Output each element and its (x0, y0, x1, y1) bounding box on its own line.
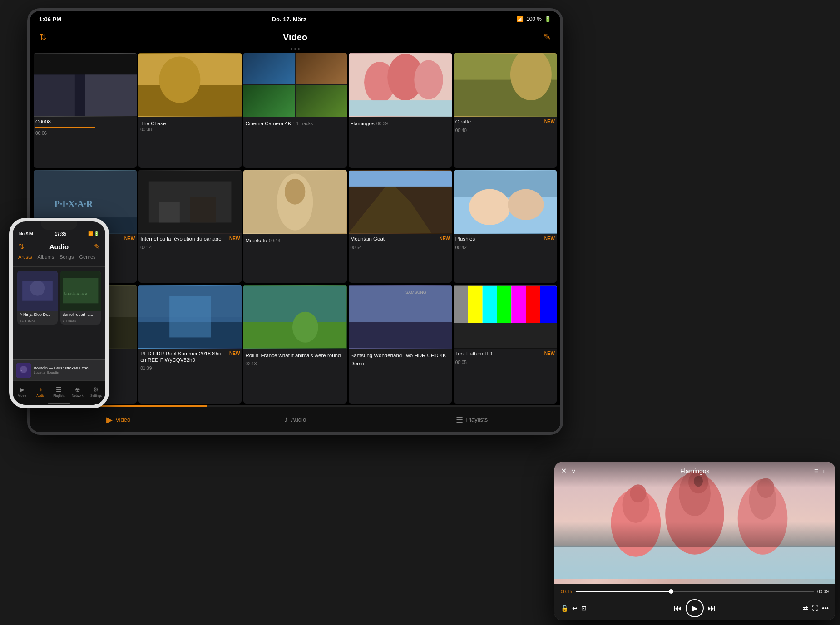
iphone-tabbar-audio-label: Audio (36, 394, 44, 397)
ipad-tab-video[interactable]: ▶ Video (30, 407, 207, 432)
iphone-artists-list: A Ninja Slob Dr... 22 Tracks breathing n… (13, 267, 105, 359)
video-card-c0008[interactable]: C0008 00:06 (34, 53, 137, 168)
ipad-date: Do. 17. März (272, 16, 306, 23)
artist-thumb-daniel: breathing now (60, 271, 101, 311)
video-info-plushies: Plushies NEW 00:42 (454, 234, 557, 254)
edit-icon[interactable]: ✎ (544, 32, 551, 43)
player-more-icon[interactable]: ••• (822, 605, 829, 612)
player-repeat-icon[interactable]: ↩ (572, 605, 578, 612)
iphone-toolbar: ⇅ Audio ✎ (13, 239, 105, 254)
iphone-tabbar-network-icon: ⊕ (75, 386, 80, 393)
thumb-mountain (349, 170, 452, 234)
player-chevron-down-icon[interactable]: ∨ (571, 468, 576, 475)
video-card-flamingo[interactable]: Flamingos 00:39 (349, 53, 452, 168)
player-progress-thumb (669, 589, 673, 594)
tab-indicator-bar (30, 405, 560, 407)
artist-tracks-daniel: 6 Tracks (60, 319, 101, 325)
nowplaying-title: Bourdin — Brushstrokes Echo (34, 366, 102, 370)
svg-text:SAMSUNG: SAMSUNG (405, 290, 426, 295)
video-title-red: RED HDR Reel Summer 2018 Shot on RED PiW… (140, 351, 229, 364)
iphone-tabbar-network-label: Network (72, 394, 84, 397)
thumb-plushies (454, 170, 557, 234)
video-card-giraffe[interactable]: Giraffe NEW 00:40 (454, 53, 557, 168)
iphone-tabbar-video[interactable]: ▶ Video (13, 381, 31, 402)
svg-text:breathing now: breathing now (64, 291, 88, 295)
thumb-giraffe (454, 53, 557, 117)
player-lock-icon[interactable]: 🔒 (561, 605, 568, 612)
video-duration-rollin: 02:13 (245, 361, 257, 366)
iphone-wifi-icon: 📶 (88, 231, 93, 236)
iphone-tabbar-network[interactable]: ⊕ Network (68, 381, 87, 402)
video-info-chase: The Chase 00:38 (138, 117, 242, 135)
iphone-nowplaying[interactable]: la Bourdin — Brushstrokes Echo Lucette B… (13, 359, 105, 380)
ipad-tabbar: ▶ Video ♪ Audio ☰ Playlists (30, 407, 560, 432)
iphone-tab-albums[interactable]: Albums (38, 254, 54, 266)
iphone-tabbar-video-icon: ▶ (20, 386, 25, 393)
artist-card-daniel[interactable]: breathing now daniel robert la... 6 Trac… (60, 271, 101, 325)
video-duration-plushies: 00:42 (455, 245, 467, 250)
artist-name-daniel: daniel robert la... (60, 311, 101, 319)
video-title-giraffe: Giraffe (455, 119, 471, 125)
player-title: Flamingos (680, 468, 710, 475)
player-progress-area[interactable]: 00:15 00:39 (561, 587, 829, 595)
video-card-chase[interactable]: The Chase 00:38 (138, 53, 242, 168)
player-next-icon[interactable]: ⏭ (707, 604, 716, 613)
svg-rect-20 (159, 202, 180, 222)
iphone-tab-songs[interactable]: Songs (59, 254, 74, 266)
iphone-edit-icon[interactable]: ✎ (94, 242, 100, 251)
video-card-red[interactable]: RED HDR Reel Summer 2018 Shot on RED PiW… (138, 285, 242, 404)
video-card-cinema[interactable]: Cinema Camera 4K ' 4 Tracks (243, 53, 346, 168)
video-card-internet[interactable]: Internet ou la révolution du partage NEW… (138, 170, 242, 282)
player-topbar: ✕ ∨ Flamingos ≡ ⊏ (554, 462, 835, 480)
artist-tracks-ninja: 22 Tracks (17, 319, 58, 325)
iphone-tabbar-settings[interactable]: ⚙ Settings (87, 381, 105, 402)
player-play-button[interactable]: ▶ (686, 599, 704, 617)
ipad-screen: 1:06 PM Do. 17. März 📶 100 % 🔋 ⇅ Video ✎ (30, 11, 560, 432)
svg-point-6 (159, 57, 201, 103)
iphone-tabbar-settings-label: Settings (90, 394, 102, 397)
iphone-tabbar: ▶ Video ♪ Audio ☰ Playlists ⊕ Network ⚙ … (13, 380, 105, 402)
iphone-tabbar-audio[interactable]: ♪ Audio (31, 381, 50, 402)
player-airplay-icon[interactable]: ⊏ (823, 467, 829, 475)
ipad-tab-audio[interactable]: ♪ Audio (207, 407, 383, 432)
player-prev-icon[interactable]: ⏮ (674, 604, 682, 613)
video-title-samsung: Samsung Wonderland Two HDR UHD 4K Demo (351, 353, 446, 366)
player-aspect-icon[interactable]: ⊡ (581, 605, 587, 612)
iphone-notch (41, 221, 77, 230)
svg-rect-11 (349, 100, 452, 116)
player-fullscreen-icon[interactable]: ⛶ (812, 605, 818, 612)
artist-card-ninja[interactable]: A Ninja Slob Dr... 22 Tracks (17, 271, 58, 325)
video-card-plushies[interactable]: Plushies NEW 00:42 (454, 170, 557, 282)
video-card-rollin[interactable]: Rollin' France what if animals were roun… (243, 285, 346, 404)
iphone-screen: No SIM 17:35 📶 🔋 ⇅ Audio ✎ Artists Album… (13, 221, 105, 405)
video-card-meerkat[interactable]: Meerkats 00:43 (243, 170, 346, 282)
video-tab-icon: ▶ (106, 415, 113, 425)
video-new-internet: NEW (229, 236, 240, 241)
iphone-tabbar-playlists[interactable]: ☰ Playlists (50, 381, 69, 402)
thumb-meerkat (243, 170, 346, 234)
cinema-cell-4 (296, 85, 347, 117)
cinema-cell-3 (243, 85, 295, 117)
ipad-time: 1:06 PM (39, 16, 61, 23)
iphone-sort-icon[interactable]: ⇅ (18, 242, 24, 251)
video-card-testpattern[interactable]: Test Pattern HD NEW 00:05 (454, 285, 557, 404)
iphone-tab-genres[interactable]: Genres (79, 254, 95, 266)
player-progress-track[interactable] (576, 591, 814, 592)
svg-rect-1 (34, 74, 75, 116)
sort-icon[interactable]: ⇅ (39, 32, 47, 43)
svg-rect-51 (468, 286, 483, 323)
svg-point-32 (508, 189, 544, 220)
player-shuffle-icon[interactable]: ⇄ (803, 605, 808, 612)
player-close-icon[interactable]: ✕ (561, 467, 567, 475)
thumb-samsung: SAMSUNG (349, 285, 452, 349)
video-card-samsung[interactable]: SAMSUNG Samsung Wonderland Two HDR UHD 4… (349, 285, 452, 404)
iphone-tab-artists[interactable]: Artists (18, 254, 32, 266)
player-queue-icon[interactable]: ≡ (814, 467, 818, 475)
ipad-status-icons: 📶 100 % 🔋 (517, 16, 551, 22)
player-right-buttons: ⇄ ⛶ ••• (803, 605, 829, 612)
ipad-tab-playlists[interactable]: ☰ Playlists (384, 407, 560, 432)
video-card-mountain[interactable]: Mountain Goat NEW 00:54 (349, 170, 452, 282)
thumb-red (138, 285, 242, 349)
iphone-home-indicator[interactable] (13, 402, 105, 405)
player-video-background (554, 462, 835, 584)
